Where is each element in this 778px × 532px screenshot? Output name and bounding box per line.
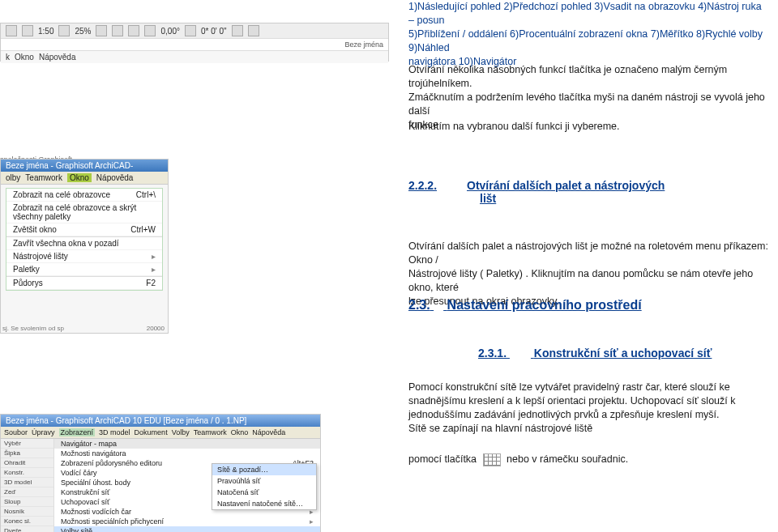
doc-title: Beze jména: [344, 40, 383, 49]
misc-icon-c: [185, 25, 196, 36]
menu-k: k: [6, 53, 10, 62]
misc-icon-d: [232, 25, 243, 36]
grid-toggle-icon: [483, 453, 501, 466]
nav-prev-icon: [6, 25, 17, 36]
misc-icon-a: [128, 25, 139, 36]
menu-fig-caption: sj. Se svolením od sp: [2, 325, 64, 332]
para-click-select: Kliknutím na vybranou další funkci ji vy…: [408, 120, 770, 134]
legend-line-1: 1)Následující pohled 2)Předchozí pohled …: [408, 0, 770, 28]
para-grid: Pomocí konstrukční sítě lze vytvářet pra…: [408, 381, 772, 436]
coord-val: 0* 0' 0": [201, 27, 227, 36]
heading-23: 2.3. Nastavení pracovního prostředí: [408, 298, 642, 313]
ctx-menubar: Soubor Úpravy Zobrazení 3D model Dokumen…: [1, 427, 320, 439]
ctx-titlebar: Beze jména - Graphisoft ArchiCAD 10 EDU …: [1, 415, 320, 427]
toolbar-screenshot: 1:50 25% 0,00° 0* 0' 0" Beze jména k Okn…: [0, 23, 389, 62]
fit-icon: [58, 25, 70, 36]
menu-okno: Okno: [15, 53, 34, 62]
zoom-pct: 25%: [75, 27, 91, 36]
para-grid-button: pomocí tlačítka nebo v rámečku souřadnic…: [408, 453, 628, 466]
hand-icon: [96, 25, 107, 36]
heading-222-title: Otvírání dalších palet a nástrojových: [467, 179, 665, 192]
misc-icon-e: [248, 25, 259, 36]
heading-231: 2.3.1. Konstrukční síť a uchopovací síť: [478, 347, 712, 360]
zoom-ratio: 1:50: [38, 27, 53, 36]
menu-fig-ruler: 20000: [147, 325, 165, 332]
nav-next-icon: [22, 25, 33, 36]
legend-block: 1)Následující pohled 2)Předchozí pohled …: [408, 0, 770, 68]
ctx-sidebar: Výběr Šipka Ohradit Konstr. 3D model Zeď…: [1, 439, 54, 532]
angle-val: 0,00°: [160, 27, 179, 36]
window-dropdown: Zobrazit na celé obrazovceCtrl+\ Zobrazi…: [6, 188, 163, 291]
context-menu-screenshot: Beze jména - Graphisoft ArchiCAD 10 EDU …: [0, 414, 321, 532]
heading-231-num: 2.3.1.: [478, 347, 507, 360]
para-grid-button-b: nebo v rámečku souřadnic.: [507, 453, 628, 465]
heading-222-title2: lišt: [480, 192, 770, 205]
misc-icon-b: [144, 25, 156, 36]
para-grid-button-a: pomocí tlačítka: [408, 453, 477, 465]
window-menu-screenshot: Beze jména - Graphisoft ArchiCAD- olby T…: [0, 159, 169, 334]
heading-23-num: 2.3.: [408, 298, 430, 312]
heading-23-title: Nastavení pracovního prostředí: [447, 298, 642, 312]
legend-line-2: 5)Přiblížení / oddálení 6)Procentuální z…: [408, 28, 770, 55]
heading-231-title: Konstrukční síť a uchopovací síť: [534, 347, 712, 360]
menu-napoveda: Nápověda: [39, 53, 76, 62]
zoom-icon: [112, 25, 123, 36]
heading-222: 2.2.2. Otvírání dalších palet a nástrojo…: [408, 179, 770, 205]
window-titlebar: Beze jména - Graphisoft ArchiCAD-: [1, 160, 168, 172]
heading-222-num: 2.2.2.: [408, 179, 437, 192]
ctx-popup: Sítě & pozadí… Pravoúhlá síť Natočená sí…: [212, 463, 317, 510]
